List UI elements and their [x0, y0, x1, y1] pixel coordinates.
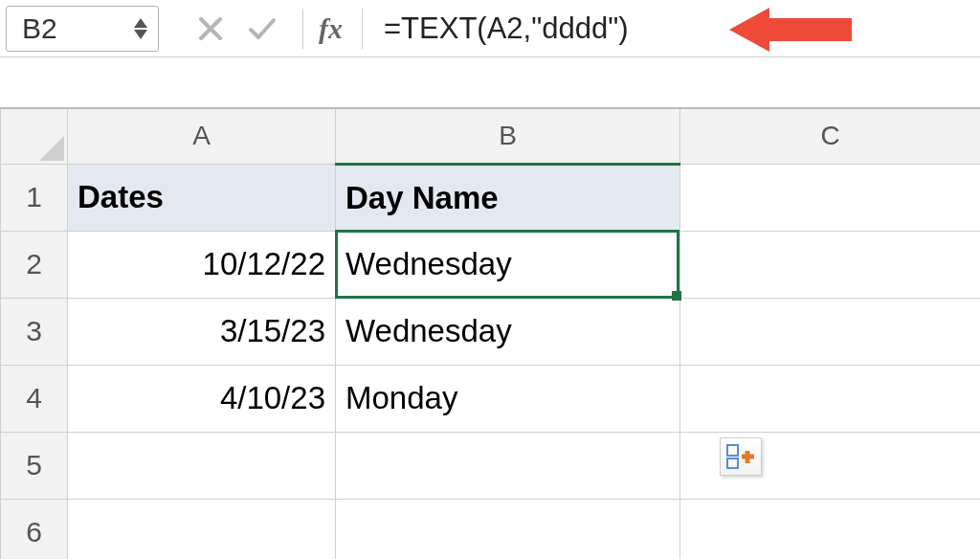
cell-b5[interactable]: [336, 432, 680, 499]
name-box[interactable]: B2: [6, 6, 159, 52]
column-header-c[interactable]: C: [680, 108, 981, 164]
cell-c2[interactable]: [680, 231, 981, 298]
cancel-formula-button[interactable]: [188, 6, 234, 52]
row-3: 3 3/15/23 Wednesday: [1, 298, 981, 365]
cell-b6[interactable]: [336, 499, 680, 559]
row-2: 2 10/12/22 Wednesday: [1, 231, 981, 298]
cell-c6[interactable]: [680, 499, 981, 559]
spreadsheet-grid: A B C 1 Dates Day Name 2 10/12/22 Wednes…: [0, 107, 980, 559]
cell-c3[interactable]: [680, 298, 981, 365]
row-1: 1 Dates Day Name: [1, 164, 981, 231]
confirm-formula-button[interactable]: [239, 6, 285, 52]
name-box-stepper[interactable]: [133, 17, 148, 40]
row-header-5[interactable]: 5: [1, 432, 68, 499]
cell-a5[interactable]: [68, 432, 336, 499]
column-header-a[interactable]: A: [68, 108, 336, 164]
chevron-up-icon: [133, 17, 148, 29]
annotation-arrow-icon: [729, 8, 852, 52]
row-6: 6: [1, 499, 981, 559]
separator: [362, 9, 363, 49]
column-headers: A B C: [1, 108, 981, 164]
autofill-options-icon: [726, 444, 755, 469]
cell-c4[interactable]: [680, 365, 981, 432]
row-5: 5: [1, 432, 981, 499]
name-box-value: B2: [22, 12, 57, 45]
autofill-options-button[interactable]: [720, 437, 762, 476]
cell-a6[interactable]: [68, 499, 336, 559]
cell-a4[interactable]: 4/10/23: [68, 365, 336, 432]
svg-marker-3: [39, 136, 64, 161]
close-icon: [198, 16, 223, 41]
row-header-4[interactable]: 4: [1, 365, 68, 432]
svg-marker-1: [134, 30, 147, 39]
separator: [302, 9, 303, 49]
row-header-2[interactable]: 2: [1, 231, 68, 298]
cell-b2[interactable]: Wednesday: [336, 231, 680, 298]
cell-a3[interactable]: 3/15/23: [68, 298, 336, 365]
svg-marker-0: [134, 18, 147, 28]
chevron-down-icon: [133, 29, 148, 40]
fx-icon[interactable]: fx: [315, 12, 350, 45]
formula-input[interactable]: [374, 11, 980, 47]
cell-b1[interactable]: Day Name: [336, 164, 680, 231]
row-header-3[interactable]: 3: [1, 298, 68, 365]
cell-a2[interactable]: 10/12/22: [68, 231, 336, 298]
svg-rect-4: [727, 445, 738, 456]
cell-c1[interactable]: [680, 164, 981, 231]
row-header-6[interactable]: 6: [1, 499, 68, 559]
select-all-corner[interactable]: [1, 108, 68, 164]
check-icon: [248, 16, 277, 41]
svg-rect-5: [727, 458, 738, 468]
cell-a1[interactable]: Dates: [68, 164, 336, 231]
gap: [0, 57, 980, 107]
svg-marker-2: [729, 8, 852, 52]
row-4: 4 4/10/23 Monday: [1, 365, 981, 432]
cell-b4[interactable]: Monday: [336, 365, 680, 432]
select-all-icon: [39, 136, 64, 161]
row-header-1[interactable]: 1: [1, 164, 68, 231]
column-header-b[interactable]: B: [336, 108, 680, 164]
cell-b3[interactable]: Wednesday: [336, 298, 680, 365]
